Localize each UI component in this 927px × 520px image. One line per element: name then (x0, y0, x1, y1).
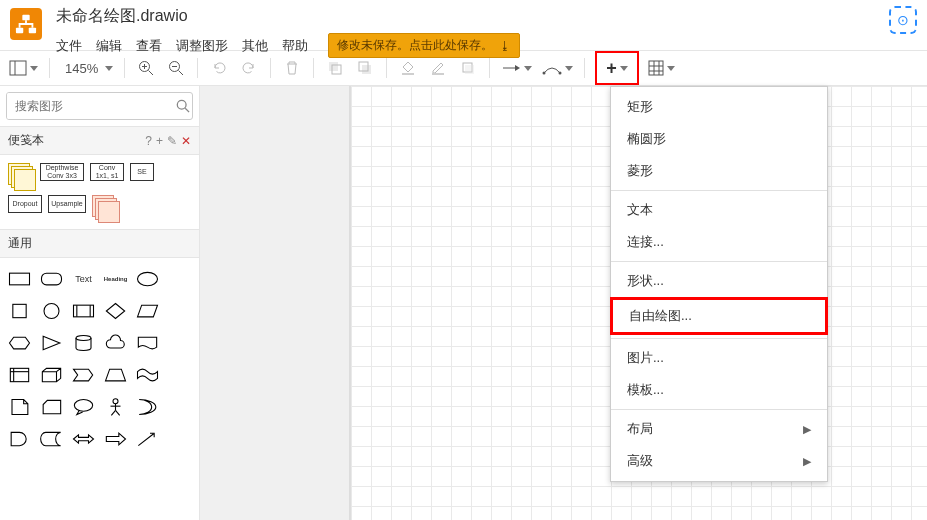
menu-insert-layout[interactable]: 布局▶ (611, 413, 827, 445)
zoom-dropdown[interactable]: 145% (58, 55, 116, 81)
svg-rect-1 (16, 28, 23, 33)
scratch-item[interactable]: SE (130, 163, 154, 181)
general-header[interactable]: 通用 (0, 229, 199, 258)
scratch-stack[interactable] (8, 163, 34, 189)
shape-triangle[interactable] (36, 328, 66, 358)
menu-help[interactable]: 帮助 (282, 37, 308, 55)
fill-color-button[interactable] (395, 55, 421, 81)
caret-icon (565, 66, 573, 71)
svg-point-43 (113, 399, 118, 404)
shape-card[interactable] (36, 392, 66, 422)
svg-rect-39 (10, 368, 28, 381)
line-color-button[interactable] (425, 55, 451, 81)
delete-button[interactable] (279, 55, 305, 81)
shape-blank[interactable] (165, 264, 195, 294)
table-button[interactable] (645, 55, 678, 81)
shape-link-line[interactable] (133, 424, 163, 454)
scratch-item[interactable]: Dropout (8, 195, 42, 213)
shape-cloud[interactable] (100, 328, 130, 358)
plus-icon: + (606, 58, 617, 79)
menu-insert-advanced[interactable]: 高级▶ (611, 445, 827, 477)
zoom-in-button[interactable] (133, 55, 159, 81)
menu-arrange[interactable]: 调整图形 (176, 37, 228, 55)
shape-hexagon[interactable] (4, 328, 34, 358)
menu-edit[interactable]: 编辑 (96, 37, 122, 55)
menu-insert-template[interactable]: 模板... (611, 374, 827, 406)
shape-cube[interactable] (36, 360, 66, 390)
zoom-out-button[interactable] (163, 55, 189, 81)
scratch-item[interactable]: Conv 1x1, s1 (90, 163, 124, 181)
search-input[interactable] (7, 93, 173, 119)
scratchpad-label: 便笺本 (8, 132, 44, 149)
shape-circle[interactable] (36, 296, 66, 326)
shape-document[interactable] (133, 328, 163, 358)
undo-button[interactable] (206, 55, 232, 81)
svg-rect-23 (649, 61, 663, 75)
menu-file[interactable]: 文件 (56, 37, 82, 55)
menu-insert-rhombus[interactable]: 菱形 (611, 155, 827, 187)
menu-insert-ellipse[interactable]: 椭圆形 (611, 123, 827, 155)
menu-view[interactable]: 查看 (136, 37, 162, 55)
shape-text[interactable]: Text (68, 264, 98, 294)
insert-button[interactable]: + (603, 55, 631, 81)
to-front-button[interactable] (322, 55, 348, 81)
svg-rect-19 (465, 65, 474, 74)
add-icon[interactable]: + (156, 134, 163, 148)
shape-arrow[interactable] (100, 424, 130, 454)
shape-process[interactable] (68, 296, 98, 326)
app-logo[interactable] (10, 8, 42, 40)
menu-insert-freehand[interactable]: 自由绘图... (610, 297, 828, 335)
shape-and[interactable] (4, 424, 34, 454)
shape-ellipse[interactable] (133, 264, 163, 294)
menu-insert-image[interactable]: 图片... (611, 342, 827, 374)
edit-icon[interactable]: ✎ (167, 134, 177, 148)
document-title[interactable]: 未命名绘图.drawio (56, 6, 188, 27)
scratch-item[interactable]: Depthwise Conv 3x3 (40, 163, 84, 181)
shadow-button[interactable] (455, 55, 481, 81)
close-icon[interactable]: ✕ (181, 134, 191, 148)
zoom-value: 145% (61, 61, 102, 76)
svg-line-46 (111, 410, 115, 415)
menu-insert-text[interactable]: 文本 (611, 194, 827, 226)
shape-blank[interactable] (165, 360, 195, 390)
shape-blank[interactable] (165, 392, 195, 422)
menu-separator (611, 338, 827, 339)
svg-rect-17 (432, 73, 444, 75)
search-icon[interactable] (173, 93, 192, 119)
to-back-button[interactable] (352, 55, 378, 81)
svg-rect-33 (12, 304, 25, 317)
shape-rect[interactable] (4, 264, 34, 294)
shape-square[interactable] (4, 296, 34, 326)
shape-parallelogram[interactable] (133, 296, 163, 326)
menu-insert-link[interactable]: 连接... (611, 226, 827, 258)
menu-insert-rectangle[interactable]: 矩形 (611, 91, 827, 123)
scratchpad-header[interactable]: 便笺本 ? + ✎ ✕ (0, 126, 199, 155)
shape-diamond[interactable] (100, 296, 130, 326)
shape-note[interactable] (4, 392, 34, 422)
shape-blank[interactable] (165, 296, 195, 326)
shape-trapezoid[interactable] (100, 360, 130, 390)
shape-step[interactable] (68, 360, 98, 390)
shape-blank[interactable] (165, 328, 195, 358)
menu-extras[interactable]: 其他 (242, 37, 268, 55)
shape-internal-storage[interactable] (4, 360, 34, 390)
connection-button[interactable] (498, 55, 535, 81)
shape-heading[interactable]: Heading (100, 264, 130, 294)
shape-or[interactable] (133, 392, 163, 422)
menu-insert-shapes[interactable]: 形状... (611, 265, 827, 297)
shape-rounded-rect[interactable] (36, 264, 66, 294)
view-mode-button[interactable] (6, 55, 41, 81)
help-icon[interactable]: ? (145, 134, 152, 148)
shape-blank[interactable] (165, 424, 195, 454)
shape-arrow-bidir[interactable] (68, 424, 98, 454)
redo-button[interactable] (236, 55, 262, 81)
waypoint-button[interactable] (539, 55, 576, 81)
shape-cylinder[interactable] (68, 328, 98, 358)
scratch-item[interactable]: Upsample (48, 195, 86, 213)
shape-actor[interactable] (100, 392, 130, 422)
shape-tape[interactable] (133, 360, 163, 390)
scratch-stack[interactable] (92, 195, 118, 221)
shape-data-storage[interactable] (36, 424, 66, 454)
scan-icon[interactable]: ⊙ (889, 6, 917, 34)
shape-callout[interactable] (68, 392, 98, 422)
